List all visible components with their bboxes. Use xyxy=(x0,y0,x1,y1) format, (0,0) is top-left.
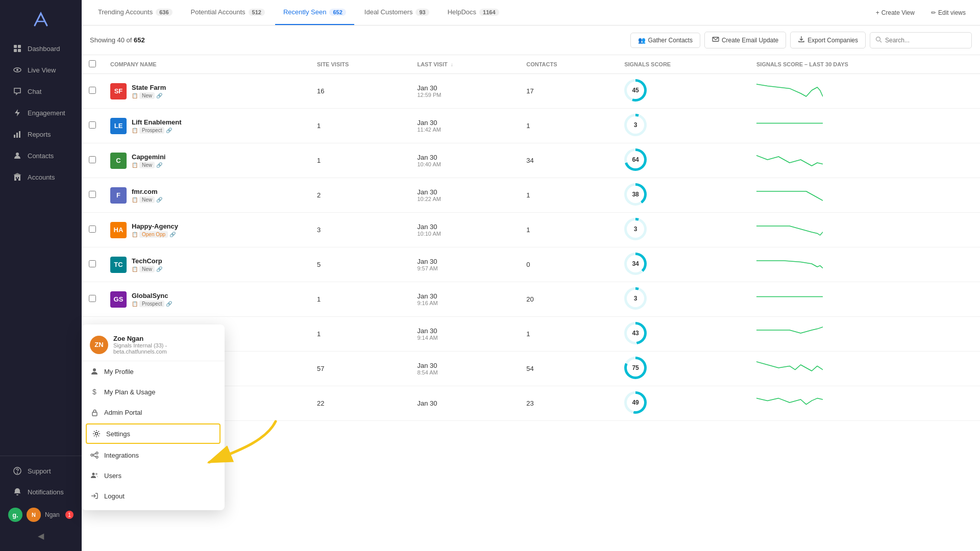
last-visit-cell: Jan 30 10:10 AM xyxy=(410,213,519,247)
sparkline-cell xyxy=(749,178,980,213)
popup-item-my-profile[interactable]: My Profile xyxy=(82,361,225,382)
row-checkbox-cell[interactable] xyxy=(82,74,103,109)
popup-item-users[interactable]: Users xyxy=(82,465,225,486)
create-email-button[interactable]: Create Email Update xyxy=(704,32,786,48)
row-checkbox-cell[interactable] xyxy=(82,282,103,317)
contacts-cell: 23 xyxy=(519,386,617,421)
sidebar-item-label: Contacts xyxy=(28,152,54,160)
company-name-cell[interactable]: HA Happy-Agency 📋 Open Opp 🔗 xyxy=(103,213,310,247)
bell-icon xyxy=(12,487,22,497)
company-name[interactable]: Lift Enablement xyxy=(132,118,182,126)
row-checkbox[interactable] xyxy=(89,295,96,302)
table-row[interactable]: F fmr.com 📋 New 🔗 2 Jan 30 10:22 AM 1 38 xyxy=(82,178,980,213)
company-name[interactable]: TechCorp xyxy=(132,257,162,265)
company-tag: 📋 Prospect 🔗 xyxy=(132,300,172,307)
row-checkbox[interactable] xyxy=(89,156,96,163)
company-name[interactable]: fmr.com xyxy=(132,188,162,195)
sidebar-item-support[interactable]: Support xyxy=(4,461,78,481)
site-visits-cell: 2 xyxy=(310,178,410,213)
sparkline-cell xyxy=(749,352,980,386)
sidebar-item-chat[interactable]: Chat xyxy=(4,81,78,102)
row-checkbox-cell[interactable] xyxy=(82,178,103,213)
popup-item-plan[interactable]: $ My Plan & Usage xyxy=(82,382,225,402)
row-checkbox-cell[interactable] xyxy=(82,247,103,282)
sidebar-item-reports[interactable]: Reports xyxy=(4,124,78,144)
company-name[interactable]: GlobalSync xyxy=(132,292,172,299)
row-checkbox[interactable] xyxy=(89,260,96,267)
sidebar-item-contacts[interactable]: Contacts xyxy=(4,145,78,166)
last-visit-cell: Jan 30 9:14 AM xyxy=(410,317,519,352)
last-visit-cell: Jan 30 xyxy=(410,386,519,421)
col-last-visit[interactable]: Last Visit ↓ xyxy=(410,55,519,74)
company-name[interactable]: Capgemini xyxy=(132,153,165,161)
row-checkbox[interactable] xyxy=(89,226,96,233)
zap-icon xyxy=(12,108,22,118)
logo[interactable] xyxy=(0,6,82,38)
company-tag: 📋 New 🔗 xyxy=(132,162,165,168)
tab-trending[interactable]: Trending Accounts 636 xyxy=(90,0,181,25)
sparkline-cell xyxy=(749,317,980,352)
edit-views-button[interactable]: ✏ Edit views xyxy=(925,6,972,19)
score-cell: 75 xyxy=(617,352,749,386)
score-cell: 3 xyxy=(617,109,749,143)
table-row[interactable]: GS GlobalSync 📋 Prospect 🔗 1 Jan 30 9:16… xyxy=(82,282,980,317)
user-avatar-n: N xyxy=(27,508,41,522)
email-icon xyxy=(712,36,719,44)
search-input[interactable] xyxy=(885,37,966,44)
export-button[interactable]: Export Companies xyxy=(790,32,866,48)
table-row[interactable]: HA Happy-Agency 📋 Open Opp 🔗 3 Jan 30 10… xyxy=(82,213,980,247)
row-checkbox-cell[interactable] xyxy=(82,109,103,143)
table-row[interactable]: TC TechCorp 📋 New 🔗 5 Jan 30 9:57 AM 0 3… xyxy=(82,247,980,282)
create-view-button[interactable]: + Create View xyxy=(870,6,921,19)
row-checkbox[interactable] xyxy=(89,87,96,94)
company-name-cell[interactable]: F fmr.com 📋 New 🔗 xyxy=(103,178,310,213)
row-checkbox-cell[interactable] xyxy=(82,213,103,247)
sidebar-item-notifications[interactable]: Notifications xyxy=(4,482,78,502)
sidebar-item-label: Support xyxy=(28,467,51,475)
search-box[interactable] xyxy=(870,32,972,48)
popup-item-admin[interactable]: Admin Portal xyxy=(82,402,225,422)
popup-item-settings[interactable]: Settings xyxy=(86,423,220,444)
company-name[interactable]: Happy-Agency xyxy=(132,222,178,230)
popup-item-label: Admin Portal xyxy=(104,409,142,416)
tab-bar: Trending Accounts 636 Potential Accounts… xyxy=(82,0,980,26)
sidebar-item-engagement[interactable]: Engagement xyxy=(4,103,78,123)
sidebar-user-profile[interactable]: g. N Ngan 1 xyxy=(0,503,82,527)
sidebar-collapse-button[interactable]: ◀ xyxy=(0,527,82,545)
popup-item-logout[interactable]: Logout xyxy=(82,486,225,506)
svg-point-10 xyxy=(16,153,19,156)
svg-line-26 xyxy=(93,456,96,457)
tab-ideal[interactable]: Ideal Customers 93 xyxy=(356,0,437,25)
sidebar-item-accounts[interactable]: Accounts xyxy=(4,167,78,187)
tab-recently-seen-label: Recently Seen xyxy=(283,8,327,16)
popup-item-integrations[interactable]: Integrations xyxy=(82,445,225,465)
select-all-checkbox[interactable] xyxy=(89,60,96,67)
last-visit-cell: Jan 30 10:22 AM xyxy=(410,178,519,213)
last-visit-cell: Jan 30 9:16 AM xyxy=(410,282,519,317)
table-row[interactable]: LE Lift Enablement 📋 Prospect 🔗 1 Jan 30… xyxy=(82,109,980,143)
tab-helpdocs[interactable]: HelpDocs 1164 xyxy=(439,0,507,25)
company-name[interactable]: State Farm xyxy=(132,84,166,91)
tab-recently-seen[interactable]: Recently Seen 652 xyxy=(275,0,354,25)
company-name-cell[interactable]: GS GlobalSync 📋 Prospect 🔗 xyxy=(103,282,310,317)
table-row[interactable]: C Capgemini 📋 New 🔗 1 Jan 30 10:40 AM 34… xyxy=(82,143,980,178)
sidebar-item-label: Notifications xyxy=(28,488,64,496)
gather-contacts-button[interactable]: 👥 Gather Contacts xyxy=(630,33,700,48)
col-score-30: Signals Score – Last 30 Days xyxy=(749,55,980,74)
row-checkbox[interactable] xyxy=(89,121,96,129)
popup-item-label: My Profile xyxy=(104,368,134,375)
company-name-cell[interactable]: C Capgemini 📋 New 🔗 xyxy=(103,143,310,178)
table-row[interactable]: SF State Farm 📋 New 🔗 16 Jan 30 12:59 PM… xyxy=(82,74,980,109)
tab-potential[interactable]: Potential Accounts 512 xyxy=(183,0,273,25)
row-checkbox[interactable] xyxy=(89,191,96,198)
site-visits-cell: 22 xyxy=(310,386,410,421)
sidebar-item-live-view[interactable]: Live View xyxy=(4,60,78,80)
company-name-cell[interactable]: LE Lift Enablement 📋 Prospect 🔗 xyxy=(103,109,310,143)
contacts-cell: 1 xyxy=(519,109,617,143)
sparkline-cell xyxy=(749,282,980,317)
sidebar-item-dashboard[interactable]: Dashboard xyxy=(4,38,78,59)
help-circle-icon xyxy=(12,466,22,476)
row-checkbox-cell[interactable] xyxy=(82,143,103,178)
company-name-cell[interactable]: TC TechCorp 📋 New 🔗 xyxy=(103,247,310,282)
company-name-cell[interactable]: SF State Farm 📋 New 🔗 xyxy=(103,74,310,109)
